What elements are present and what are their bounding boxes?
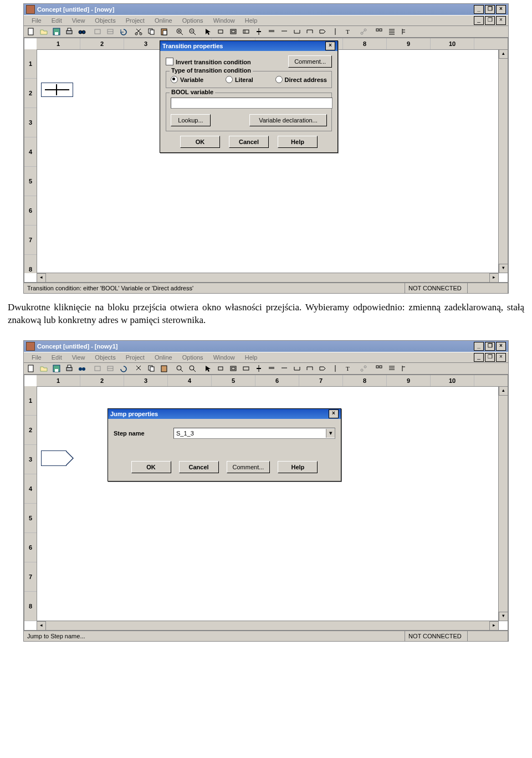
- comment-tool-icon[interactable]: T: [342, 363, 354, 374]
- radio-direct-address[interactable]: Direct address: [275, 76, 327, 83]
- cancel-button[interactable]: Cancel: [229, 136, 269, 148]
- mdi-close[interactable]: ×: [496, 353, 506, 362]
- help-button[interactable]: Help: [278, 461, 318, 473]
- radio-variable[interactable]: Variable: [171, 76, 203, 83]
- cut-icon[interactable]: [132, 363, 145, 374]
- parallel-branch-icon[interactable]: [265, 363, 278, 374]
- vline-tool-icon[interactable]: [329, 363, 341, 374]
- block-icon[interactable]: [91, 363, 104, 374]
- help-button[interactable]: Help: [278, 136, 318, 148]
- pointer-icon[interactable]: [202, 26, 214, 37]
- jump-tool-icon[interactable]: [316, 26, 329, 37]
- tree-icon[interactable]: [398, 363, 411, 374]
- dialog-titlebar[interactable]: Transition properties ×: [160, 41, 337, 51]
- menu-window[interactable]: Window: [209, 354, 239, 361]
- print-icon[interactable]: [63, 26, 75, 37]
- alt-branch-icon[interactable]: [278, 26, 290, 37]
- menu-view[interactable]: View: [68, 354, 90, 361]
- tree-icon[interactable]: [398, 26, 411, 37]
- dialog-titlebar[interactable]: Jump properties ×: [108, 409, 341, 419]
- menu-objects[interactable]: Objects: [90, 17, 120, 24]
- invert-checkbox[interactable]: Invert transition condition: [166, 58, 251, 65]
- zoom-out-icon[interactable]: [186, 363, 198, 374]
- minimize-button[interactable]: _: [474, 5, 484, 14]
- connect-icon[interactable]: [357, 363, 370, 374]
- variable-declaration-button[interactable]: Variable declaration...: [249, 114, 327, 126]
- parallel-branch-icon[interactable]: [265, 26, 278, 37]
- print-icon[interactable]: [63, 363, 75, 374]
- undo-icon[interactable]: [117, 363, 129, 374]
- menu-edit[interactable]: Edit: [47, 354, 66, 361]
- menu-help[interactable]: Help: [241, 17, 262, 24]
- mdi-restore[interactable]: ❐: [485, 16, 495, 25]
- window-tile-icon[interactable]: [373, 363, 385, 374]
- new-icon[interactable]: [25, 26, 37, 37]
- menu-objects[interactable]: Objects: [90, 354, 120, 361]
- vertical-scrollbar[interactable]: ▴ ▾: [498, 386, 508, 621]
- close-button[interactable]: ×: [496, 342, 506, 351]
- copy-icon[interactable]: [145, 26, 157, 37]
- menu-project[interactable]: Project: [121, 17, 149, 24]
- ok-button[interactable]: OK: [131, 461, 171, 473]
- binoculars-icon[interactable]: [76, 363, 88, 374]
- zoom-out-icon[interactable]: [186, 26, 198, 37]
- save-icon[interactable]: [50, 26, 63, 37]
- scroll-down-icon[interactable]: ▾: [499, 612, 508, 621]
- scroll-right-icon[interactable]: ▸: [489, 621, 499, 631]
- bool-variable-input[interactable]: [171, 98, 332, 109]
- menu-file[interactable]: File: [27, 17, 46, 24]
- initstep-tool-icon[interactable]: [227, 26, 239, 37]
- maximize-button[interactable]: ❐: [485, 342, 495, 351]
- vline-tool-icon[interactable]: [329, 26, 341, 37]
- list-icon[interactable]: [386, 26, 398, 37]
- block-icon[interactable]: [91, 26, 104, 37]
- comment-tool-icon[interactable]: T: [342, 26, 354, 37]
- join-icon[interactable]: [291, 363, 303, 374]
- dialog-close-button[interactable]: ×: [329, 409, 339, 418]
- save-icon[interactable]: [50, 363, 63, 374]
- menu-window[interactable]: Window: [209, 17, 239, 24]
- ok-button[interactable]: OK: [180, 136, 220, 148]
- mdi-close[interactable]: ×: [496, 16, 506, 25]
- step-tool-icon[interactable]: [214, 26, 227, 37]
- join-icon[interactable]: [291, 26, 303, 37]
- menu-help[interactable]: Help: [241, 354, 262, 361]
- lookup-button[interactable]: Lookup...: [171, 114, 211, 126]
- action-tool-icon[interactable]: [240, 363, 252, 374]
- scroll-left-icon[interactable]: ◂: [37, 273, 46, 283]
- copy-icon[interactable]: [145, 363, 157, 374]
- comment-button[interactable]: Comment...: [288, 55, 332, 68]
- join2-icon[interactable]: [304, 363, 316, 374]
- maximize-button[interactable]: ❐: [485, 5, 495, 14]
- cut-icon[interactable]: [132, 26, 145, 37]
- zoom-in-icon[interactable]: [173, 363, 186, 374]
- menu-online[interactable]: Online: [150, 354, 177, 361]
- radio-literal[interactable]: Literal: [226, 76, 253, 83]
- undo-icon[interactable]: [117, 26, 129, 37]
- mdi-restore[interactable]: ❐: [485, 353, 495, 362]
- window-tile-icon[interactable]: [373, 26, 385, 37]
- binoculars-icon[interactable]: [76, 26, 88, 37]
- menu-options[interactable]: Options: [178, 17, 208, 24]
- scroll-down-icon[interactable]: ▾: [499, 264, 508, 273]
- close-button[interactable]: ×: [496, 5, 506, 14]
- join2-icon[interactable]: [304, 26, 316, 37]
- new-icon[interactable]: [25, 363, 37, 374]
- list-icon[interactable]: [386, 363, 398, 374]
- menu-project[interactable]: Project: [121, 354, 149, 361]
- menu-online[interactable]: Online: [150, 17, 177, 24]
- comment-button[interactable]: Comment...: [227, 461, 270, 473]
- scroll-up-icon[interactable]: ▴: [499, 386, 508, 396]
- block2-icon[interactable]: [104, 26, 116, 37]
- connect-icon[interactable]: [357, 26, 370, 37]
- menu-view[interactable]: View: [68, 17, 90, 24]
- jump-block[interactable]: [41, 450, 66, 466]
- jump-tool-icon[interactable]: [316, 363, 329, 374]
- transition-tool-icon[interactable]: [253, 363, 265, 374]
- menu-options[interactable]: Options: [178, 354, 208, 361]
- pointer-icon[interactable]: [202, 363, 214, 374]
- paste-icon[interactable]: [158, 26, 170, 37]
- dropdown-arrow-icon[interactable]: ▾: [326, 429, 335, 438]
- transition-tool-icon[interactable]: [253, 26, 265, 37]
- horizontal-scrollbar[interactable]: ◂ ▸: [37, 273, 499, 282]
